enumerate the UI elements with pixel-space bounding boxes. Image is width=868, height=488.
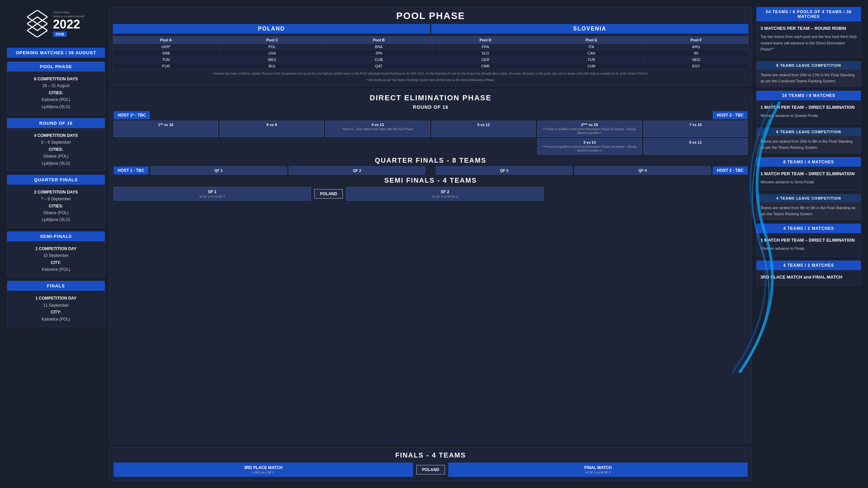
qf4-box: QF 4 [574, 166, 711, 175]
leave3-body: Teams are ranked from 8th to 5th in the … [756, 202, 861, 220]
sf-header: SEMI-FINALS [7, 231, 105, 241]
r16-cities-label: CITIES: [11, 146, 101, 153]
finals-row: 3RD PLACE MATCH L SF1 vs L SF 2 POLAND F… [114, 463, 748, 477]
pool-header-d: Pool D [432, 37, 538, 44]
qf-host2-box: HOST 2 - TBC [713, 166, 748, 175]
qf-info-header: 8 TEAMS / 4 MATCHES [756, 157, 861, 167]
pool-phase-city2: Ljubljana (SLO) [11, 103, 101, 110]
r16-host2-box: HOST 2 - TBC [713, 111, 748, 119]
sf-days: 1 COMPETITION DAY [11, 245, 101, 252]
table-row: UKR* POL BRA FRA ITA ARG [113, 44, 748, 50]
r16-city1: Gliwice (POL) [11, 153, 101, 160]
final-match-box: FINAL MATCH W SF 1 vs W SF 2 [448, 463, 748, 477]
finals-section: FINALS - 4 TEAMS 3RD PLACE MATCH L SF1 v… [109, 447, 752, 481]
r16-dates: 3 – 6 September [11, 139, 101, 146]
r16-info-main: 1 MATCH PER TEAM – DIRECT ELIMINATION [761, 104, 857, 111]
finals-title: FINALS - 4 TEAMS [114, 451, 748, 459]
r16-header: ROUND OF 16 [7, 118, 105, 128]
pool-phase-dates: 26 – 31 August [11, 82, 101, 89]
leave1-header: 8 TEAMS LEAVE COMPETITION [756, 61, 861, 69]
sf-section-title: SEMI FINALS - 4 TEAMS [114, 177, 748, 184]
pool-host2: SLOVENIA [431, 24, 748, 34]
pool-phase-cities-label: CITIES: [11, 89, 101, 96]
pool-phase-title: POOL PHASE [113, 11, 748, 21]
pool-table: Pool A Pool C Pool B Pool D Pool E Pool … [113, 36, 748, 69]
opening-matches-header: OPENING MATCHES / 26 AUGUST [7, 48, 105, 58]
r16-city2: Ljubljana (SLO) [11, 160, 101, 167]
sf-card: SEMI-FINALS 1 COMPETITION DAY 10 Septemb… [7, 231, 105, 278]
sf-row: SF 1 W QF 1 vs W QF 2 POLAND SF 2 W QF 3… [114, 187, 748, 201]
right-column: 24 TEAMS / 6 POOLS OF 4 TEAMS / 36 MATCH… [756, 7, 861, 481]
match-1vs16: 1** vs 16 [114, 121, 218, 137]
finals-city: Katowice (POL) [11, 316, 101, 323]
leave2-card: 8 TEAMS LEAVE COMPETITION Teams are rank… [756, 127, 861, 154]
pool-header-b: Pool B [326, 37, 432, 44]
pool-phase-header: POOL PHASE [7, 62, 105, 72]
qf-host1-box: HOST 1 - TBC [114, 166, 149, 175]
qf-city1: Gliwice (POL) [11, 209, 101, 216]
sf-info-sub: Winners advance to Finals [761, 245, 857, 252]
qf-header: QUARTER FINALS [7, 175, 105, 185]
match-4vs13: 4 vs 13 *Host #1 – best ranked Host Team… [326, 121, 430, 137]
pool-phase-days: 6 COMPETITION DAYS [11, 76, 101, 82]
sf-date: 10 September [11, 252, 101, 259]
qf1-box: QF 1 [151, 166, 287, 175]
finals-left-header: FINALS [7, 281, 105, 291]
sf-poland-box: POLAND [314, 189, 343, 199]
finals-date: 11 September [11, 302, 101, 309]
pool-phase-city1: Katowice (POL) [11, 96, 101, 103]
match-6vs11: 6 vs 11 [644, 138, 748, 155]
logo-text-volleyball: VOLLEYBALL [53, 11, 85, 14]
sf-info-header: 4 TEAMS / 2 MATCHES [756, 224, 861, 233]
match-2vs15: 2*** vs 15 **If Host #1 qualifies to the… [537, 121, 642, 137]
sf-city-label: CITY: [11, 259, 101, 266]
qf3-box: QF 3 [436, 166, 572, 175]
r16-section-title: ROUND OF 16 [114, 104, 748, 110]
qf-dates: 7 – 8 September [11, 196, 101, 202]
third-place-box: 3RD PLACE MATCH L SF1 vs L SF 2 [114, 463, 413, 477]
leave3-card: 4 TEAMS LEAVE COMPETITION Teams are rank… [756, 194, 861, 220]
table-row: SRB USA JPN SLO CAN IRI [113, 50, 748, 57]
pool-phase-card: POOL PHASE 6 COMPETITION DAYS 26 – 31 Au… [7, 61, 105, 115]
r16-info-sub: Winners advance to Quarter Finals [761, 113, 857, 119]
r16-card: ROUND OF 16 4 COMPETITION DAYS 3 – 6 Sep… [7, 118, 105, 171]
table-row: PUR BUL QAT CMR CHN EGY [113, 63, 748, 69]
logo-area: VOLLEYBALL WORLD CHAMPIONSHIP 2022 FIVB [7, 7, 105, 44]
pool-info-header: 24 TEAMS / 6 POOLS OF 4 TEAMS / 36 MATCH… [756, 7, 861, 21]
pool-phase-section: POOL PHASE POLAND SLOVENIA Pool A Pool C… [109, 7, 752, 86]
r16-info-header: 16 TEAMS / 8 MATCHES [756, 91, 861, 100]
pool-host1: POLAND [113, 24, 430, 34]
qf-info-sub: Winners advance to Semi-Finals [761, 179, 857, 185]
logo-year: 2022 [53, 18, 85, 30]
qf-city2: Ljubljana (SLO) [11, 216, 101, 223]
finals-info-main: 3RD PLACE MATCH and FINAL MATCH [761, 273, 857, 281]
qf-days: 2 COMPETITION DAYS [11, 189, 101, 196]
r16-info-card: 16 TEAMS / 8 MATCHES 1 MATCH PER TEAM – … [756, 90, 861, 124]
leave2-body: Teams are ranked from 16th to 9th in the… [756, 136, 861, 153]
logo-org: FIVB [53, 32, 67, 37]
pool-header-a: Pool A [113, 37, 219, 44]
elimination-section: DIRECT ELIMINATION PHASE ROUND OF 16 HOS… [109, 89, 752, 444]
match-8vs9: 8 vs 9 [220, 121, 324, 137]
pool-info-main: 3 MATCHES PER TEAM – ROUND ROBIN [761, 25, 857, 32]
leave1-body: Teams are ranked from 24th to 17th in th… [756, 69, 861, 87]
pool-info-sub: Top two teams from each pool and the fou… [761, 34, 857, 53]
finals-card: FINALS 1 COMPETITION DAY 11 September CI… [7, 281, 105, 327]
fivb-logo-icon [27, 10, 47, 37]
leave2-header: 8 TEAMS LEAVE COMPETITION [756, 128, 861, 136]
sf-city: Katowice (POL) [11, 266, 101, 273]
qf-cities-label: CITIES: [11, 203, 101, 209]
finals-city-label: CITY: [11, 309, 101, 316]
qf-info-card: 8 TEAMS / 4 MATCHES 1 MATCH PER TEAM – D… [756, 157, 861, 190]
finals-info-header: 4 TEAMS / 2 MATCHES [756, 261, 861, 270]
center-column: POOL PHASE POLAND SLOVENIA Pool A Pool C… [109, 7, 752, 481]
qf-section-title: QUARTER FINALS - 8 TEAMS [114, 157, 748, 164]
pool-info-card: 24 TEAMS / 6 POOLS OF 4 TEAMS / 36 MATCH… [756, 7, 861, 58]
opening-matches-card: OPENING MATCHES / 26 AUGUST [7, 47, 105, 58]
sf-info-main: 1 MATCH PER TEAM – DIRECT ELIMINATION [761, 237, 857, 244]
match-5vs12: 5 vs 12 [432, 121, 536, 137]
qf-info-main: 1 MATCH PER TEAM – DIRECT ELIMINATION [761, 170, 857, 178]
pool-header-e: Pool E [539, 37, 644, 44]
pool-header-c: Pool C [219, 37, 325, 44]
sf-info-card: 4 TEAMS / 2 MATCHES 1 MATCH PER TEAM – D… [756, 223, 861, 257]
